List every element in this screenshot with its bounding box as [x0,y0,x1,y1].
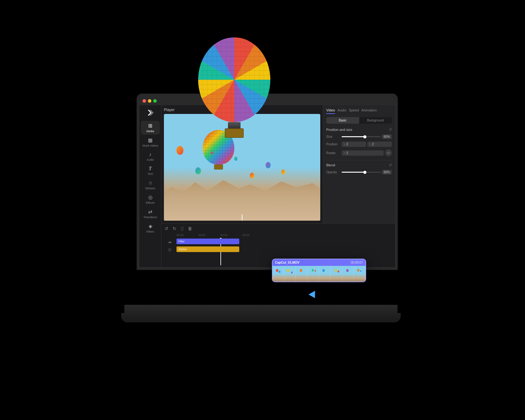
filmstrip-balloon-6 [312,269,314,272]
tab-speed[interactable]: Speed [349,108,359,114]
panel-tabs: Video Audio Speed Animation [326,108,392,114]
sidebar-item-stickers[interactable]: ☆ Stickers [141,178,160,192]
filmstrip-frame-2 [284,266,296,282]
filmstrip-balloon-4 [291,272,293,273]
video-bg [164,114,320,221]
delete-button[interactable]: 🗑 [187,225,193,232]
position-row: Position X 2 Y 2 [326,142,392,147]
opacity-slider-fill [342,172,365,173]
redo-button[interactable]: ↻ [172,225,177,232]
opacity-label: Opacity [326,170,340,174]
filmstrip-balloon-7 [315,270,316,272]
opacity-slider[interactable] [342,172,381,173]
close-button[interactable] [143,99,146,103]
laptop-screen: ⊞ Media ▦ Stock videos ♪ Audio [137,94,398,270]
filter-clip[interactable]: Filter [176,239,239,244]
filter-track-icon: ☁ [164,238,175,245]
app-logo [145,108,155,118]
filmstrip-frame-6 [331,266,342,282]
filmstrip-frame-7 [342,266,354,282]
panel-subtabs: Basic Background [326,117,392,124]
position-x-input[interactable]: X 2 [342,142,366,147]
position-size-reset-icon[interactable]: ↺ [389,127,392,132]
sidebar-item-media[interactable]: ⊞ Media [141,121,160,135]
sticker-track-row: ◎ Sticker [176,246,392,253]
text-label: Text [148,172,153,175]
size-row: Size 60% [326,134,392,139]
subtab-basic[interactable]: Basic [326,117,359,124]
position-y-value: 2 [372,143,374,146]
effects-label: Effects [146,201,154,204]
timeline-ruler: 00:00 00:01 00:02 00:03 [164,234,392,237]
filmstrip-balloon-12 [357,269,359,272]
tab-video[interactable]: Video [326,108,335,114]
stickers-label: Stickers [145,187,155,190]
filters-icon: ◈ [149,223,152,229]
filmstrip-balloon-2 [279,271,280,273]
size-slider-fill [342,136,365,137]
transitions-label: Transitions [143,216,157,219]
ruler-mark-3: 00:03 [242,234,264,237]
minimize-button[interactable] [148,99,151,103]
player-label: Player [164,108,320,112]
media-label: Media [146,130,154,133]
stickers-icon: ☆ [148,180,153,186]
stock-videos-icon: ▦ [148,137,153,143]
sidebar-item-effects[interactable]: ◎ Effects [141,192,160,206]
ruler-mark-1: 00:01 [198,234,220,237]
cursor-arrow [309,291,318,300]
split-button[interactable]: ⌷ [180,225,184,232]
blend-title: Blend [326,163,335,167]
small-balloon-2 [195,167,201,174]
small-balloon-4 [266,162,271,168]
size-value[interactable]: 60% [382,134,392,139]
sidebar-item-transitions[interactable]: ⇄ Transitions [141,207,160,221]
blend-reset-icon[interactable]: ↺ [389,163,392,167]
clip-popup-title: CapCut_01.MOV [275,261,300,264]
tab-audio[interactable]: Audio [338,108,346,114]
filmstrip-balloon-10 [338,271,339,272]
capcut-logo-icon [147,109,154,116]
sidebar-item-filters[interactable]: ◈ Filters [141,221,160,235]
app-layout: ⊞ Media ▦ Stock videos ♪ Audio [139,105,395,267]
subtab-background[interactable]: Background [359,117,392,124]
stock-videos-label: Stock videos [142,144,158,147]
position-x-axis: X [344,143,345,146]
rotate-dial-icon[interactable]: ⟳ [385,149,392,156]
sidebar: ⊞ Media ▦ Stock videos ♪ Audio [139,105,161,267]
filmstrip-balloon-13 [360,270,361,272]
size-slider-thumb [363,135,366,138]
filmstrip-balloon-1 [276,269,278,272]
media-icon: ⊞ [148,123,152,129]
undo-button[interactable]: ↺ [164,225,169,232]
rotate-x-axis: X [344,151,345,154]
clip-popup-header: CapCut_01.MOV 00:00:07 [273,259,365,266]
size-slider[interactable] [342,136,381,137]
opacity-value[interactable]: 60% [382,170,392,175]
video-playhead [242,214,242,221]
effects-icon: ◎ [148,194,153,200]
rotate-x-input[interactable]: X 2 [342,150,384,156]
maximize-button[interactable] [153,99,157,103]
clip-popup[interactable]: CapCut_01.MOV 00:00:07 [272,259,366,282]
position-size-section-header: Position and size ↺ [326,127,392,132]
laptop-base-bottom [121,313,401,322]
sticker-clip[interactable]: Sticker [176,246,239,252]
sidebar-item-stock-videos[interactable]: ▦ Stock videos [141,135,160,149]
size-label: Size [326,135,340,138]
audio-label: Audio [147,158,154,161]
clip-popup-filmstrip [273,266,365,282]
filmstrip-frame-8 [354,266,365,282]
filter-track-row: ☁ Filter [176,238,392,245]
position-y-input[interactable]: Y 2 [367,142,392,147]
filmstrip-balloon-8 [322,269,325,272]
main-balloon-body [203,130,234,164]
blend-section-header: Blend ↺ [326,163,392,167]
titlebar [139,96,395,105]
sidebar-item-audio[interactable]: ♪ Audio [141,150,160,163]
tab-animation[interactable]: Animation [361,108,377,114]
opacity-row: Opacity 60% [326,170,392,175]
filters-label: Filters [146,230,154,233]
sidebar-item-text[interactable]: T Text [141,164,160,177]
audio-icon: ♪ [149,152,152,157]
